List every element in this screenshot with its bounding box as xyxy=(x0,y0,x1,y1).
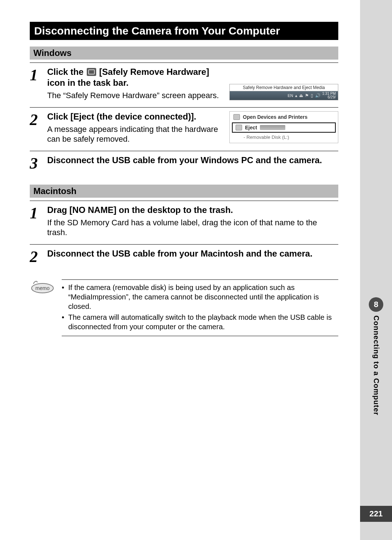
tray-network-icon: ▯ xyxy=(311,93,313,98)
page-margin-band xyxy=(360,0,392,540)
drive-icon xyxy=(236,125,242,130)
removable-disk-label: - Removable Disk (L:) xyxy=(230,133,338,143)
step-number: 2 xyxy=(30,111,47,144)
system-tray: EN ▴ ⏏ ⚑ ▯ 🔊 1:31 PM 6/29/ xyxy=(230,91,338,100)
tray-flag-icon: ⚑ xyxy=(305,93,309,98)
tray-language: EN xyxy=(287,93,293,98)
step: 2 Disconnect the USB cable from your Mac… xyxy=(30,244,338,271)
memo-text: The camera will automatically switch to … xyxy=(68,313,338,331)
open-devices-label: Open Devices and Printers xyxy=(243,114,307,120)
memo-block: memo •If the camera (removable disk) is … xyxy=(30,279,338,336)
windows-subheader: Windows xyxy=(30,47,338,60)
devices-icon xyxy=(233,114,240,120)
step-description: If the SD Memory Card has a volume label… xyxy=(47,218,338,238)
page-content: Disconnecting the Camera from Your Compu… xyxy=(0,0,360,540)
device-name-blurred xyxy=(260,125,285,130)
screenshot-eject-menu: Open Devices and Printers Eject - Remova… xyxy=(229,111,338,144)
menu-row-eject-highlighted: Eject xyxy=(232,122,336,133)
step: 3 Disconnect the USB cable from your Win… xyxy=(30,151,338,178)
step-heading: Click the [Safely Remove Hardware] icon … xyxy=(47,67,224,88)
step-description: A message appears indicating that the ha… xyxy=(47,124,224,144)
memo-item: •The camera will automatically switch to… xyxy=(62,313,338,331)
section-title: Disconnecting the Camera from Your Compu… xyxy=(30,22,338,40)
chapter-number-badge: 8 xyxy=(369,297,383,312)
safely-remove-hardware-icon xyxy=(87,68,96,76)
tray-speaker-icon: 🔊 xyxy=(315,93,320,98)
step: 1 Click the [Safely Remove Hardware] ico… xyxy=(30,63,338,107)
side-tab: 8 Connecting to a Computer xyxy=(360,297,392,415)
step-description: The “Safely Remove Hardware” screen appe… xyxy=(47,90,224,101)
step-heading: Disconnect the USB cable from your Windo… xyxy=(47,155,338,166)
screenshot-taskbar: Safely Remove Hardware and Eject Media E… xyxy=(229,67,338,101)
tray-up-icon: ▴ xyxy=(295,93,297,98)
memo-text: If the camera (removable disk) is being … xyxy=(68,283,338,311)
menu-row-open-devices: Open Devices and Printers xyxy=(230,112,338,122)
page-number: 221 xyxy=(360,506,392,522)
memo-badge-icon: memo xyxy=(30,279,55,294)
memo-list: •If the camera (removable disk) is being… xyxy=(62,279,338,336)
step-number: 1 xyxy=(30,205,47,238)
step-heading: Disconnect the USB cable from your Macin… xyxy=(47,248,338,259)
step-number: 2 xyxy=(30,248,47,265)
step-heading-pre: Click the xyxy=(47,67,86,77)
tray-eject-icon: ⏏ xyxy=(299,93,303,98)
step-heading: Click [Eject (the device connected)]. xyxy=(47,111,224,122)
eject-label: Eject xyxy=(245,125,257,130)
macintosh-subheader: Macintosh xyxy=(30,185,338,198)
step-heading: Drag [NO NAME] on the desktop to the tra… xyxy=(47,205,338,215)
step: 1 Drag [NO NAME] on the desktop to the t… xyxy=(30,201,338,244)
step-number: 1 xyxy=(30,67,47,101)
balloon-tooltip-text: Safely Remove Hardware and Eject Media xyxy=(230,84,338,91)
step-number: 3 xyxy=(30,155,47,172)
memo-badge-text: memo xyxy=(36,285,50,291)
tray-date: 6/29/ xyxy=(328,95,336,99)
tray-clock: 1:31 PM 6/29/ xyxy=(322,92,336,99)
chapter-label: Connecting to a Computer xyxy=(372,315,380,415)
memo-item: •If the camera (removable disk) is being… xyxy=(62,283,338,311)
step: 2 Click [Eject (the device connected)]. … xyxy=(30,107,338,151)
